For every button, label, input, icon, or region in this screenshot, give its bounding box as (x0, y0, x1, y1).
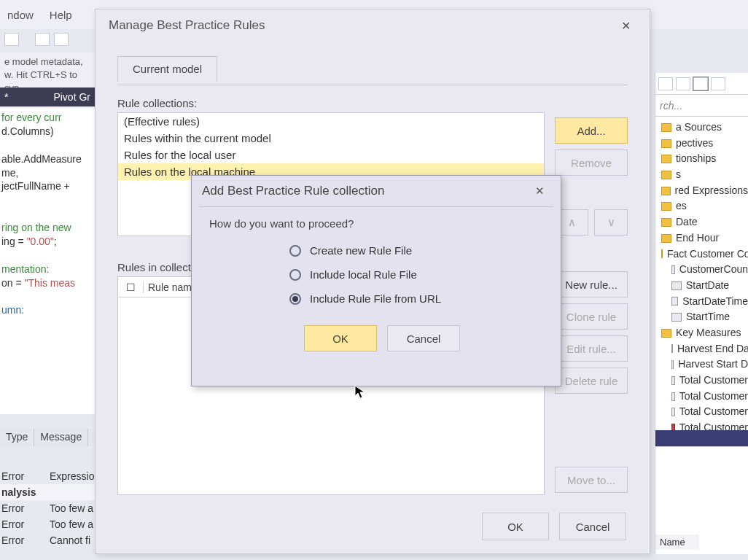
property-grid: Name (655, 446, 748, 550)
tree-item[interactable]: es (658, 198, 748, 214)
tree-item-label: StartTime (686, 309, 730, 325)
tree-item-label: Fact Customer Cou (667, 246, 748, 262)
option-create-new[interactable]: Create new Rule File (289, 244, 543, 257)
tree-item[interactable]: Harvest Start D (658, 357, 748, 373)
tree-item-label: End Hour (676, 230, 719, 246)
option-label: Create new Rule File (310, 244, 412, 257)
doc-tab-pivot: Pivot Gr (53, 91, 90, 103)
message-row[interactable]: ErrorToo few a (0, 516, 95, 532)
document-tab[interactable]: * Pivot Gr (0, 88, 95, 106)
message-row[interactable]: ErrorExpressio (0, 468, 95, 484)
view-cube-icon[interactable] (658, 77, 673, 90)
ok-button[interactable]: OK (304, 325, 377, 351)
menu-help[interactable]: Help (48, 6, 74, 24)
radio-icon[interactable] (289, 269, 301, 281)
close-icon[interactable]: ✕ (615, 18, 636, 34)
tree-item-label: red Expressions (675, 183, 748, 199)
toolbar-btn[interactable] (4, 33, 19, 46)
tree-item-label: pectives (676, 136, 713, 152)
column-icon (671, 281, 682, 290)
tree-item-label: Total Customer (679, 420, 748, 430)
tree-item-label: es (676, 198, 687, 214)
message-list: ErrorExpressio nalysis ErrorToo few a Er… (0, 446, 95, 548)
tree-item[interactable]: s (658, 167, 748, 183)
column-icon (671, 344, 673, 353)
rule-collections-label: Rule collections: (117, 97, 545, 109)
collection-item[interactable]: (Effective rules) (118, 113, 544, 130)
folder-icon (661, 329, 671, 338)
option-include-url[interactable]: Include Rule File from URL (289, 292, 543, 305)
dialog-title: Add Best Practice Rule collection (202, 184, 384, 198)
col-message: Message (34, 429, 88, 446)
edit-rule-button[interactable]: Edit rule... (555, 335, 628, 362)
view-list-icon[interactable] (693, 77, 708, 90)
column-icon (671, 265, 675, 274)
tree-item[interactable]: StartTime (658, 309, 748, 325)
rules-checkbox-header[interactable]: ☐ (118, 281, 143, 293)
column-icon (671, 392, 675, 401)
tree-item[interactable]: Key Measures (658, 325, 748, 341)
move-down-button[interactable]: ∨ (594, 209, 628, 236)
view-grid-icon[interactable] (711, 77, 725, 90)
toolbar-btn[interactable] (54, 33, 69, 46)
message-row[interactable]: ErrorToo few a (0, 500, 95, 516)
tree-item[interactable]: Fact Customer Cou (658, 246, 748, 262)
explorer-tree[interactable]: a Sourcespectivestionshipssred Expressio… (655, 117, 748, 430)
doc-tab-name: * (4, 91, 8, 103)
folder-icon (661, 187, 671, 195)
view-folder-icon[interactable] (676, 77, 690, 90)
explorer-selection-bar (655, 430, 748, 446)
tree-item[interactable]: Total Customer (658, 420, 748, 430)
delete-rule-button[interactable]: Delete rule (555, 368, 628, 394)
tree-item-label: Total Customer (679, 373, 748, 389)
dialog-title: Manage Best Practice Rules (109, 18, 265, 33)
dialog-titlebar: Manage Best Practice Rules ✕ (96, 9, 650, 42)
tree-item[interactable]: CustomerCoun (658, 262, 748, 278)
message-row[interactable]: ErrorCannot fi (0, 532, 95, 548)
column-icon (671, 408, 675, 416)
code-editor[interactable]: for every curr d.Columns) able.AddMeasur… (0, 108, 95, 414)
radio-icon[interactable] (289, 245, 301, 257)
dialog-cancel-button[interactable]: Cancel (559, 513, 626, 540)
tree-item[interactable]: tionships (658, 151, 748, 167)
model-explorer: rch... a Sourcespectivestionshipssred Ex… (655, 73, 748, 554)
tree-item-label: Total Customer (679, 404, 748, 420)
dialog-ok-button[interactable]: OK (482, 513, 549, 540)
tree-item[interactable]: pectives (658, 136, 748, 152)
tree-item[interactable]: Date (658, 214, 748, 230)
remove-collection-button[interactable]: Remove (555, 149, 628, 176)
option-include-local[interactable]: Include local Rule File (289, 268, 543, 281)
add-rule-collection-dialog: Add Best Practice Rule collection ✕ How … (191, 175, 561, 386)
tree-item[interactable]: red Expressions (658, 183, 748, 199)
cancel-button[interactable]: Cancel (387, 325, 460, 351)
option-label: Include local Rule File (310, 268, 417, 281)
tree-item[interactable]: Total Customer (658, 389, 748, 405)
explorer-search[interactable]: rch... (655, 95, 748, 117)
add-collection-button[interactable]: Add... (555, 117, 628, 144)
folder-icon (661, 139, 671, 148)
tree-item[interactable]: Total Customer (658, 373, 748, 389)
tree-item[interactable]: Harvest End Da (658, 341, 748, 357)
radio-icon[interactable] (289, 293, 301, 305)
tree-item-label: CustomerCoun (679, 262, 748, 278)
move-to-button[interactable]: Move to... (555, 467, 628, 493)
toolbar-btn[interactable] (35, 33, 50, 46)
tree-item[interactable]: StartDateTime (658, 294, 748, 310)
tree-item[interactable]: a Sources (658, 120, 748, 136)
menu-window[interactable]: ndow (6, 6, 35, 24)
tree-item[interactable]: End Hour (658, 230, 748, 246)
new-rule-button[interactable]: New rule... (555, 271, 628, 298)
measure-icon (671, 424, 675, 430)
message-section: nalysis (0, 484, 95, 500)
collection-item[interactable]: Rules for the local user (118, 147, 544, 163)
collection-item[interactable]: Rules within the current model (118, 130, 544, 147)
tree-item-label: Harvest End Da (677, 341, 748, 357)
dialog-prompt: How do you want to proceed? (209, 217, 543, 230)
tab-current-model[interactable]: Current model (117, 56, 217, 82)
tree-item[interactable]: Total Customer (658, 404, 748, 420)
tree-item-label: a Sources (676, 120, 722, 136)
clone-rule-button[interactable]: Clone rule (555, 303, 628, 330)
tree-item-label: StartDate (686, 278, 729, 294)
tree-item[interactable]: StartDate (658, 278, 748, 294)
close-icon[interactable]: ✕ (529, 183, 550, 199)
